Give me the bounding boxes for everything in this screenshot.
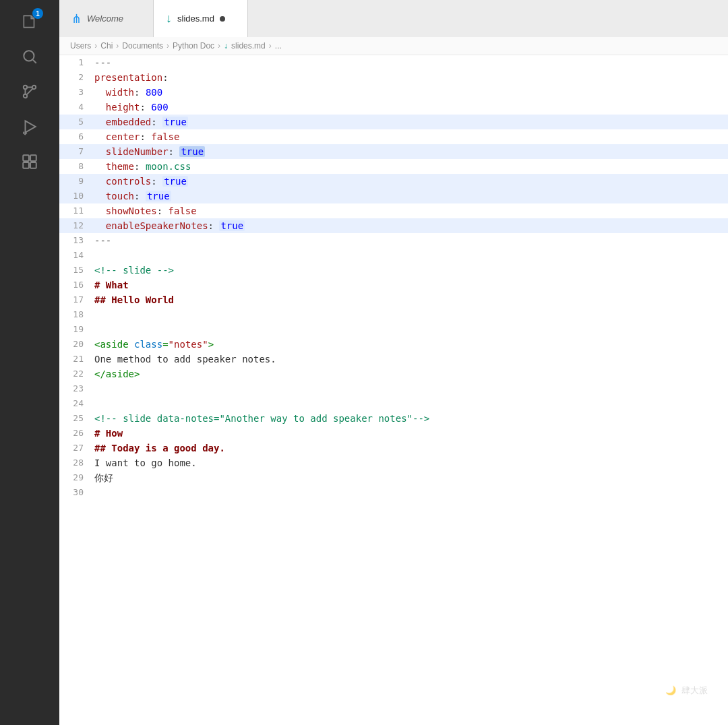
code-editor[interactable]: 1---2presentation:3 width: 8004 height: … xyxy=(59,55,728,725)
code-line-26: 26# How xyxy=(59,426,728,441)
code-line-13: 13--- xyxy=(59,233,728,248)
line-content: width: 800 xyxy=(94,85,728,100)
tab-slides-label: slides.md xyxy=(177,13,214,24)
line-content xyxy=(94,322,728,337)
code-line-30: 30 xyxy=(59,485,728,500)
sep2: › xyxy=(116,41,119,51)
code-line-1: 1--- xyxy=(59,55,728,70)
sep4: › xyxy=(218,41,220,51)
breadcrumb-file: slides.md xyxy=(231,41,266,51)
code-line-24: 24 xyxy=(59,396,728,411)
line-number: 24 xyxy=(59,396,94,411)
line-content: --- xyxy=(94,55,728,70)
svg-point-2 xyxy=(24,94,27,98)
line-number: 5 xyxy=(59,115,94,129)
sidebar: 1 xyxy=(0,0,59,725)
line-content: presentation: xyxy=(94,70,728,85)
line-number: 11 xyxy=(59,203,94,218)
line-number: 4 xyxy=(59,100,94,115)
sep1: › xyxy=(94,41,97,51)
line-content: <!-- slide --> xyxy=(94,263,728,278)
line-content xyxy=(94,485,728,500)
line-content xyxy=(94,248,728,263)
code-line-18: 18 xyxy=(59,307,728,322)
main-area: ⋔ Welcome ↓ slides.md Users › Chi › Docu… xyxy=(59,0,728,725)
line-content: --- xyxy=(94,233,728,248)
code-line-19: 19 xyxy=(59,322,728,337)
code-line-8: 8 theme: moon.css xyxy=(59,159,728,174)
line-number: 14 xyxy=(59,248,94,263)
line-number: 21 xyxy=(59,352,94,367)
svg-marker-5 xyxy=(26,121,36,132)
line-number: 30 xyxy=(59,485,94,500)
code-line-11: 11 showNotes: false xyxy=(59,203,728,218)
unsaved-dot xyxy=(220,16,225,22)
line-content xyxy=(94,396,728,411)
line-number: 3 xyxy=(59,85,94,100)
code-line-10: 10 touch: true xyxy=(59,189,728,203)
tab-welcome[interactable]: ⋔ Welcome xyxy=(59,0,154,37)
tab-bar: ⋔ Welcome ↓ slides.md xyxy=(59,0,728,37)
search-icon[interactable] xyxy=(13,40,46,73)
code-line-17: 17## Hello World xyxy=(59,292,728,307)
line-content: 你好 xyxy=(94,470,728,485)
tab-slides[interactable]: ↓ slides.md xyxy=(154,0,248,37)
breadcrumb: Users › Chi › Documents › Python Doc › ↓… xyxy=(59,37,728,55)
svg-line-1 xyxy=(33,60,36,63)
line-content: <!-- slide data-notes="Another way to ad… xyxy=(94,411,728,426)
code-line-23: 23 xyxy=(59,381,728,396)
line-number: 25 xyxy=(59,411,94,426)
line-content: theme: moon.css xyxy=(94,159,728,174)
line-content: # What xyxy=(94,278,728,292)
code-line-4: 4 height: 600 xyxy=(59,100,728,115)
line-content xyxy=(94,381,728,396)
line-number: 15 xyxy=(59,263,94,278)
watermark: 🌙 肆大派 xyxy=(665,683,708,698)
line-number: 29 xyxy=(59,470,94,485)
line-number: 9 xyxy=(59,174,94,189)
code-line-20: 20<aside class="notes"> xyxy=(59,337,728,352)
line-content: I want to go home. xyxy=(94,455,728,470)
line-number: 22 xyxy=(59,367,94,381)
code-lines: 1---2presentation:3 width: 8004 height: … xyxy=(59,55,728,500)
code-line-6: 6 center: false xyxy=(59,129,728,144)
breadcrumb-pythondoc: Python Doc xyxy=(173,41,214,51)
code-line-7: 7 slideNumber: true xyxy=(59,144,728,159)
line-number: 26 xyxy=(59,426,94,441)
line-content: controls: true xyxy=(94,174,728,189)
markdown-icon: ↓ xyxy=(166,11,172,26)
line-content: showNotes: false xyxy=(94,203,728,218)
code-line-2: 2presentation: xyxy=(59,70,728,85)
breadcrumb-users: Users xyxy=(70,41,91,51)
line-content: height: 600 xyxy=(94,100,728,115)
svg-rect-11 xyxy=(30,162,36,168)
line-content: embedded: true xyxy=(94,115,728,129)
sep5: › xyxy=(269,41,272,51)
line-number: 28 xyxy=(59,455,94,470)
breadcrumb-file-icon: ↓ xyxy=(224,41,228,51)
code-line-28: 28I want to go home. xyxy=(59,455,728,470)
line-content: </aside> xyxy=(94,367,728,381)
line-number: 1 xyxy=(59,55,94,70)
svg-rect-9 xyxy=(30,155,36,161)
line-number: 2 xyxy=(59,70,94,85)
source-control-icon[interactable] xyxy=(13,75,46,108)
line-content: center: false xyxy=(94,129,728,144)
svg-rect-10 xyxy=(23,162,29,168)
extensions-icon[interactable] xyxy=(13,146,46,178)
svg-point-3 xyxy=(24,86,27,89)
code-line-9: 9 controls: true xyxy=(59,174,728,189)
svg-point-4 xyxy=(32,86,36,89)
line-content: One method to add speaker notes. xyxy=(94,352,728,367)
code-line-21: 21One method to add speaker notes. xyxy=(59,352,728,367)
run-icon[interactable] xyxy=(13,111,46,143)
code-line-16: 16# What xyxy=(59,278,728,292)
line-content: enableSpeakerNotes: true xyxy=(94,218,728,233)
line-content: <aside class="notes"> xyxy=(94,337,728,352)
code-line-15: 15<!-- slide --> xyxy=(59,263,728,278)
svg-rect-8 xyxy=(23,155,29,161)
files-icon[interactable]: 1 xyxy=(13,5,46,38)
line-number: 8 xyxy=(59,159,94,174)
line-number: 19 xyxy=(59,322,94,337)
line-content: slideNumber: true xyxy=(94,144,728,159)
